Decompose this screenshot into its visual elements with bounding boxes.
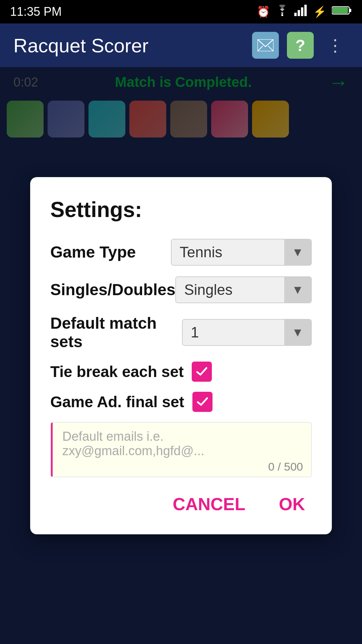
tie-break-label: Tie break each set (50, 363, 184, 381)
battery-icon (332, 5, 352, 18)
game-type-row: Game Type Tennis ▼ (50, 239, 312, 266)
svg-rect-3 (301, 7, 303, 16)
email-app-icon[interactable] (252, 32, 279, 59)
default-match-sets-label: Default match sets (50, 314, 182, 351)
singles-doubles-label: Singles/Doubles (50, 280, 175, 299)
background-content: 0:02 Match is Completed. → Settings: Gam… (0, 67, 362, 644)
game-ad-row: Game Ad. final set (50, 392, 312, 412)
singles-doubles-value: Singles (176, 277, 284, 303)
singles-doubles-dropdown[interactable]: Singles ▼ (175, 276, 312, 303)
svg-rect-2 (298, 10, 300, 16)
game-ad-checkbox[interactable] (192, 392, 213, 412)
ok-button[interactable]: OK (272, 491, 312, 518)
cancel-button[interactable]: CANCEL (166, 491, 252, 518)
email-input-container: Default emails i.e. zxy@gmail.com,hgfd@.… (50, 422, 312, 477)
svg-rect-4 (304, 5, 307, 16)
game-type-arrow-icon[interactable]: ▼ (284, 239, 311, 265)
settings-dialog: Settings: Game Type Tennis ▼ Singles/Dou… (30, 177, 332, 534)
game-type-label: Game Type (50, 243, 136, 261)
game-type-dropdown[interactable]: Tennis ▼ (171, 239, 312, 266)
input-cursor-border (51, 423, 53, 477)
more-options-icon[interactable]: ⋮ (322, 32, 349, 59)
char-count: 0 / 500 (59, 460, 303, 473)
app-bar-icons: ? ⋮ (252, 32, 349, 59)
svg-rect-7 (333, 7, 348, 13)
wifi-icon (276, 5, 289, 19)
app-bar: Racquet Scorer ? ⋮ (0, 23, 362, 67)
singles-doubles-row: Singles/Doubles Singles ▼ (50, 276, 312, 303)
tie-break-checkbox[interactable] (192, 362, 212, 382)
game-ad-label: Game Ad. final set (50, 393, 184, 411)
tie-break-row: Tie break each set (50, 362, 312, 382)
dialog-title: Settings: (50, 197, 312, 222)
svg-line-9 (257, 46, 263, 51)
checkbox-section: Tie break each set Game Ad. final set (50, 362, 312, 412)
default-match-sets-dropdown[interactable]: 1 ▼ (182, 319, 312, 346)
default-match-sets-arrow-icon[interactable]: ▼ (284, 320, 311, 345)
game-type-value: Tennis (172, 239, 284, 265)
dialog-buttons: CANCEL OK (50, 491, 312, 518)
default-match-sets-value: 1 (183, 320, 284, 345)
svg-point-0 (281, 14, 283, 16)
dialog-overlay: Settings: Game Type Tennis ▼ Singles/Dou… (0, 67, 362, 644)
help-app-icon[interactable]: ? (287, 32, 314, 59)
status-time: 11:35 PM (10, 5, 62, 19)
singles-doubles-arrow-icon[interactable]: ▼ (284, 277, 311, 303)
svg-rect-6 (349, 9, 351, 12)
signal-icon (294, 5, 308, 19)
alarm-icon: ⏰ (257, 5, 270, 18)
email-placeholder: Default emails i.e. zxy@gmail.com,hgfd@.… (62, 429, 303, 458)
svg-rect-1 (294, 13, 297, 16)
svg-line-10 (268, 46, 274, 51)
default-match-sets-row: Default match sets 1 ▼ (50, 314, 312, 351)
status-icons: ⏰ ⚡ (257, 5, 352, 19)
app-title: Racquet Scorer (13, 34, 148, 57)
status-bar: 11:35 PM ⏰ ⚡ (0, 0, 362, 23)
charging-icon: ⚡ (313, 5, 326, 18)
